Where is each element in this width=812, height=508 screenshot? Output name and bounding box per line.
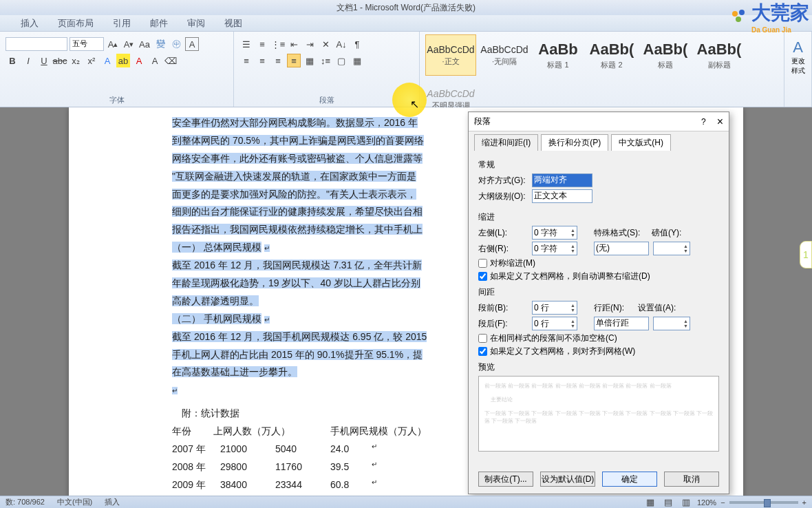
status-language[interactable]: 中文(中国) bbox=[57, 497, 92, 507]
tabs-button[interactable]: 制表位(T)... bbox=[478, 472, 533, 487]
char-border-icon[interactable]: A bbox=[185, 37, 199, 51]
outline-select[interactable]: 正文文本 bbox=[532, 189, 592, 203]
font-color-icon[interactable]: A bbox=[132, 54, 146, 67]
multilevel-icon[interactable]: ⋮≡ bbox=[271, 37, 285, 51]
setvalue-label: 设置值(A): bbox=[638, 302, 676, 314]
alignment-select[interactable]: 两端对齐 bbox=[532, 173, 592, 187]
change-case-icon[interactable]: Aa bbox=[138, 37, 151, 51]
tab-mail[interactable]: 邮件 bbox=[150, 17, 168, 30]
view-print-icon[interactable]: ▦ bbox=[643, 496, 657, 509]
ribbon-group-font: 五号 A▴ A▾ Aa 變 ㊥ A B I U abc x₂ x² A ab A… bbox=[0, 32, 234, 107]
change-style-icon[interactable]: A bbox=[790, 39, 806, 56]
ribbon-change-styles[interactable]: A 更改样式 bbox=[784, 32, 812, 107]
highlight-icon[interactable]: ab bbox=[116, 54, 130, 67]
tab-asian[interactable]: 中文版式(H) bbox=[611, 134, 671, 151]
section-preview: 预览 bbox=[478, 361, 719, 373]
numbering-icon[interactable]: ≡ bbox=[255, 37, 269, 51]
font-size-combo[interactable]: 五号 bbox=[70, 37, 104, 51]
tab-view[interactable]: 视图 bbox=[224, 17, 242, 30]
bullets-icon[interactable]: ☰ bbox=[239, 37, 253, 51]
after-label: 段后(F): bbox=[478, 318, 528, 330]
view-read-icon[interactable]: ▤ bbox=[661, 496, 675, 509]
watermark-logo: 大莞家 Da Guan Jia bbox=[728, 0, 809, 34]
grow-font-icon[interactable]: A▴ bbox=[106, 37, 120, 51]
align-justify-icon[interactable]: ≡ bbox=[287, 54, 301, 67]
ok-button[interactable]: 确定 bbox=[602, 472, 657, 487]
help-icon[interactable]: ? bbox=[701, 117, 706, 127]
line-spacing-icon[interactable]: ↕≡ bbox=[319, 54, 332, 67]
phonetic-icon[interactable]: 變 bbox=[153, 37, 167, 51]
tab-review[interactable]: 审阅 bbox=[187, 17, 205, 30]
view-web-icon[interactable]: ▥ bbox=[679, 496, 693, 509]
zoom-slider[interactable] bbox=[729, 501, 798, 504]
shrink-font-icon[interactable]: A▾ bbox=[122, 37, 136, 51]
clear-format-icon[interactable]: ⌫ bbox=[164, 54, 178, 67]
strike-icon[interactable]: abc bbox=[53, 54, 67, 67]
bold-icon[interactable]: B bbox=[6, 54, 19, 67]
indent-left-spinner[interactable]: 0 字符▲▼ bbox=[532, 226, 577, 240]
setvalue-spinner[interactable]: ▲▼ bbox=[653, 317, 690, 330]
dialog-tabs[interactable]: 缩进和间距(I) 换行和分页(P) 中文版式(H) bbox=[469, 131, 729, 151]
italic-icon[interactable]: I bbox=[21, 54, 35, 67]
before-spinner[interactable]: 0 行▲▼ bbox=[532, 301, 577, 315]
style-·正文[interactable]: AaBbCcDd·正文 bbox=[425, 34, 476, 76]
align-center-icon[interactable]: ≡ bbox=[255, 54, 269, 67]
shading-icon[interactable]: ▢ bbox=[334, 54, 348, 67]
logo-icon bbox=[728, 7, 749, 28]
same-style-checkbox[interactable] bbox=[478, 334, 487, 343]
font-combo[interactable] bbox=[6, 37, 67, 51]
change-style-label: 更改样式 bbox=[790, 56, 806, 76]
show-marks-icon[interactable]: ¶ bbox=[350, 37, 364, 51]
asian-layout-icon[interactable]: ✕ bbox=[319, 37, 332, 51]
style-副标题[interactable]: AaBb(副标题 bbox=[694, 34, 745, 76]
dialog-title: 段落 bbox=[474, 116, 491, 127]
ribbon-tabs[interactable]: 插入 页面布局 引用 邮件 审阅 视图 bbox=[0, 15, 812, 32]
tab-layout[interactable]: 页面布局 bbox=[58, 17, 94, 30]
align-left-icon[interactable]: ≡ bbox=[239, 54, 253, 67]
style-标题 2[interactable]: AaBb(标题 2 bbox=[586, 34, 637, 76]
default-button[interactable]: 设为默认值(D) bbox=[540, 472, 595, 487]
subscript-icon[interactable]: x₂ bbox=[69, 54, 83, 67]
side-badge: 1 bbox=[800, 241, 812, 268]
after-spinner[interactable]: 0 行▲▼ bbox=[532, 317, 577, 330]
enclose-icon[interactable]: ㊥ bbox=[169, 37, 183, 51]
tab-insert[interactable]: 插入 bbox=[21, 17, 39, 30]
measure-label: 磅值(Y): bbox=[652, 227, 681, 239]
superscript-icon[interactable]: x² bbox=[85, 54, 98, 67]
svg-point-1 bbox=[739, 10, 745, 15]
mirror-indent-checkbox[interactable] bbox=[478, 259, 487, 268]
sort-icon[interactable]: A↓ bbox=[334, 37, 348, 51]
tab-line-page[interactable]: 换行和分页(P) bbox=[541, 134, 608, 151]
tab-indent-spacing[interactable]: 缩进和间距(I) bbox=[474, 134, 538, 151]
linespace-select[interactable]: 单倍行距 bbox=[594, 317, 649, 330]
section-indent: 缩进 bbox=[478, 211, 719, 223]
align-right-icon[interactable]: ≡ bbox=[271, 54, 285, 67]
paragraph-dialog[interactable]: 段落 ? × 缩进和间距(I) 换行和分页(P) 中文版式(H) 常规 对齐方式… bbox=[468, 112, 729, 494]
special-select[interactable]: (无) bbox=[594, 242, 649, 255]
zoom-level[interactable]: 120% bbox=[697, 498, 716, 507]
underline-icon[interactable]: U bbox=[37, 54, 51, 67]
indent-right-spinner[interactable]: 0 字符▲▼ bbox=[532, 242, 577, 255]
zoom-in-icon[interactable]: + bbox=[802, 498, 806, 507]
indent-dec-icon[interactable]: ⇤ bbox=[287, 37, 301, 51]
indent-inc-icon[interactable]: ⇥ bbox=[303, 37, 317, 51]
zoom-out-icon[interactable]: − bbox=[720, 498, 725, 507]
svg-point-0 bbox=[732, 11, 738, 17]
style-·无间隔[interactable]: AaBbCcDd·无间隔 bbox=[479, 34, 530, 76]
ribbon-group-paragraph: ☰ ≡ ⋮≡ ⇤ ⇥ ✕ A↓ ¶ ≡ ≡ ≡ ≡ ▦ ↕≡ ▢ ▦ 段落 bbox=[234, 32, 420, 107]
distribute-icon[interactable]: ▦ bbox=[303, 54, 317, 67]
status-insert-mode[interactable]: 插入 bbox=[105, 497, 120, 507]
borders-icon[interactable]: ▦ bbox=[350, 54, 364, 67]
close-icon[interactable]: × bbox=[717, 116, 723, 128]
snap-grid-checkbox[interactable] bbox=[478, 347, 487, 356]
status-wordcount[interactable]: 数: 708/962 bbox=[6, 497, 45, 507]
auto-indent-checkbox[interactable] bbox=[478, 272, 487, 281]
style-标题[interactable]: AaBb(标题 bbox=[640, 34, 691, 76]
dialog-title-bar[interactable]: 段落 ? × bbox=[469, 112, 729, 131]
cancel-button[interactable]: 取消 bbox=[664, 472, 719, 487]
text-effect-icon[interactable]: A bbox=[100, 54, 114, 67]
tab-references[interactable]: 引用 bbox=[113, 17, 131, 30]
char-shading-icon[interactable]: A bbox=[148, 54, 162, 67]
style-标题 1[interactable]: AaBb标题 1 bbox=[533, 34, 584, 76]
measure-spinner[interactable]: ▲▼ bbox=[653, 242, 690, 255]
